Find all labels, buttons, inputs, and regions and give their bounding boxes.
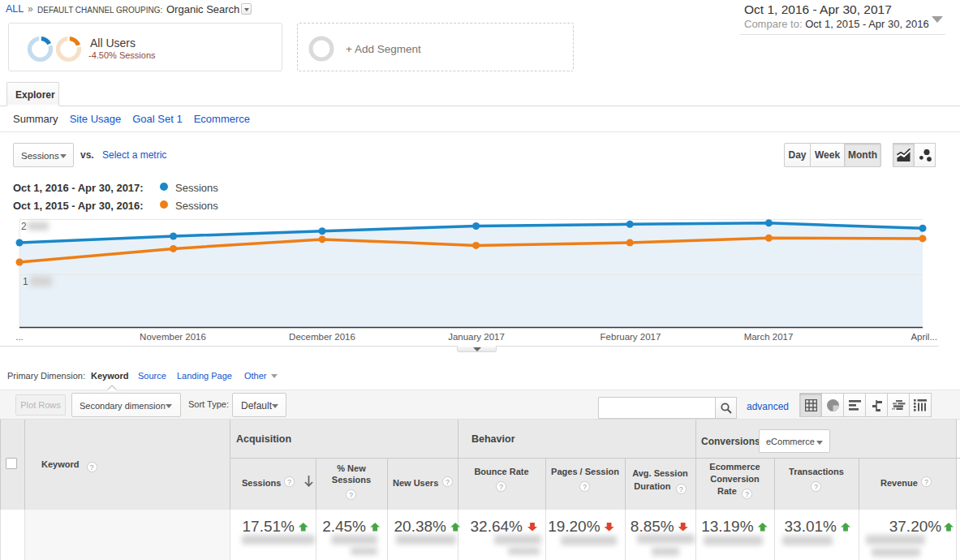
svg-text:...: ... [15, 332, 24, 342]
svg-text:March 2017: March 2017 [744, 332, 794, 342]
svg-text:February 2017: February 2017 [601, 332, 661, 342]
svg-text:December 2016: December 2016 [289, 332, 355, 342]
svg-text:1: 1 [23, 276, 28, 287]
svg-text:April...: April... [910, 332, 937, 342]
svg-text:2: 2 [21, 221, 27, 232]
svg-text:November 2016: November 2016 [140, 332, 206, 342]
svg-text:January 2017: January 2017 [448, 332, 505, 342]
